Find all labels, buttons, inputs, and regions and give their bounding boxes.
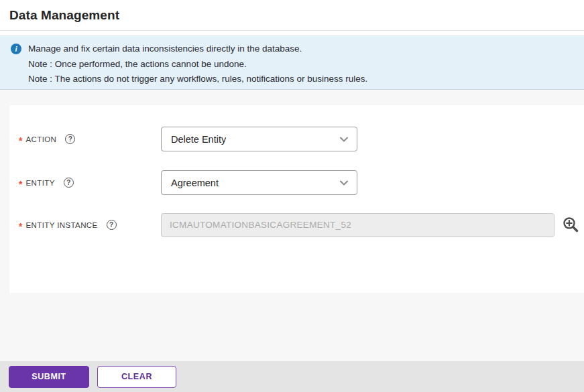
help-icon[interactable]: ? (107, 220, 117, 230)
entity-field-row: * ENTITY ? Agreement (19, 170, 572, 195)
action-label-cell: * ACTION ? (19, 134, 161, 144)
action-label: ACTION (25, 135, 56, 143)
help-icon[interactable]: ? (64, 178, 74, 188)
entity-instance-input[interactable] (161, 213, 554, 237)
banner-line: Note : The actions do not trigger any wo… (28, 72, 575, 87)
action-select[interactable]: Delete Entity (161, 127, 357, 151)
clear-button[interactable]: CLEAR (97, 366, 176, 388)
entity-instance-field-row: * ENTITY INSTANCE ? (19, 212, 572, 237)
submit-button[interactable]: SUBMIT (9, 366, 89, 388)
info-banner: i Manage and fix certain data inconsiste… (0, 36, 584, 90)
footer-action-bar: SUBMIT CLEAR (0, 361, 584, 392)
entity-select-value: Agreement (171, 178, 219, 188)
info-icon: i (11, 44, 21, 54)
chevron-down-icon (339, 178, 349, 188)
zoom-in-lookup-icon[interactable] (562, 216, 580, 234)
page-header: Data Management (0, 0, 584, 31)
action-field-row: * ACTION ? Delete Entity (19, 127, 572, 151)
form-card: * ACTION ? Delete Entity * ENTITY ? Agre… (9, 105, 584, 293)
required-marker: * (19, 181, 22, 188)
entity-select[interactable]: Agreement (161, 170, 357, 195)
action-select-value: Delete Entity (171, 134, 226, 145)
entity-instance-label: ENTITY INSTANCE (25, 221, 97, 229)
banner-line: Note : Once performed, the actions canno… (28, 57, 575, 72)
help-icon[interactable]: ? (65, 134, 75, 144)
entity-label-cell: * ENTITY ? (19, 178, 161, 188)
required-marker: * (19, 137, 22, 144)
page-title: Data Management (9, 8, 119, 23)
banner-line: Manage and fix certain data inconsistenc… (28, 42, 575, 57)
entity-instance-label-cell: * ENTITY INSTANCE ? (19, 220, 161, 230)
required-marker: * (19, 223, 22, 230)
data-management-page: Data Management i Manage and fix certain… (0, 0, 584, 392)
chevron-down-icon (339, 134, 349, 145)
entity-label: ENTITY (25, 179, 54, 187)
